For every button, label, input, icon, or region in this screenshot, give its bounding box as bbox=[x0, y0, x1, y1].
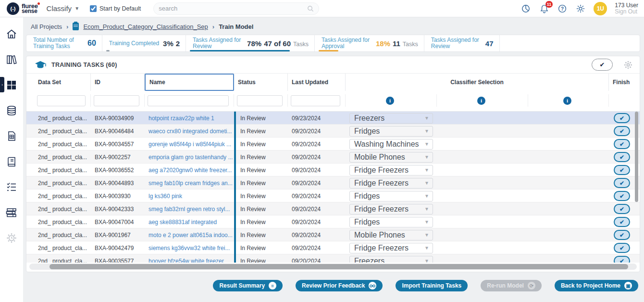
search-input[interactable] bbox=[159, 5, 307, 12]
import-training-tasks-button[interactable]: Import Training Tasks bbox=[396, 280, 468, 291]
finish-button[interactable]: ✔ bbox=[614, 230, 630, 240]
cell-name-link[interactable]: lg ks360 pink bbox=[145, 193, 234, 200]
table-settings-gear-icon[interactable] bbox=[623, 60, 633, 70]
rerun-model-button[interactable]: Re-run Model ⟳ bbox=[481, 280, 542, 291]
sidebar-projects-grid-icon[interactable]: › bbox=[5, 79, 18, 91]
finish-button[interactable]: ✔ bbox=[614, 126, 630, 136]
horizontal-scrollbar-track[interactable] bbox=[29, 264, 637, 270]
classifier-dropdown[interactable]: Fridge Freezers ▼ bbox=[349, 165, 433, 176]
finish-button[interactable]: ✔ bbox=[614, 165, 630, 175]
finish-button[interactable]: ✔ bbox=[614, 243, 630, 253]
table-row[interactable]: 2nd_ product_cla... BXA-90034557 gorenje… bbox=[26, 138, 640, 151]
sign-out-link[interactable]: Sign Out bbox=[615, 9, 638, 15]
cell-name-link[interactable]: hotpoint rzaav22p white 1 bbox=[145, 115, 234, 122]
cell-name-link[interactable]: aeg ske88831af integrated bbox=[145, 219, 234, 226]
table-row[interactable]: 2nd_ product_cla... BXA-90035577 hoover … bbox=[26, 254, 640, 263]
finish-button[interactable]: ✔ bbox=[614, 178, 630, 188]
cell-name-link[interactable]: emporia glam gro tastenhandy ... bbox=[145, 154, 234, 161]
fluree-sense-logo[interactable]: (-) fluree sense bbox=[7, 2, 38, 15]
review-prior-feedback-button[interactable]: Review Prior Feedback bbox=[296, 280, 383, 291]
column-header-id[interactable]: ID bbox=[91, 74, 145, 91]
sidebar-home-icon[interactable] bbox=[5, 28, 18, 40]
table-row[interactable]: 2nd_ product_cla... BXA-90036552 aeg a72… bbox=[26, 164, 640, 176]
table-row[interactable]: 2nd_ product_cla... BXA-90042479 siemens… bbox=[26, 241, 640, 254]
table-row[interactable]: 2nd_ product_cla... BXA-90047004 aeg ske… bbox=[26, 215, 640, 228]
help-icon[interactable]: ? bbox=[557, 3, 568, 14]
finish-button[interactable]: ✔ bbox=[614, 113, 630, 123]
classifier-dropdown[interactable]: Mobile Phones ▼ bbox=[349, 152, 433, 163]
finish-button[interactable]: ✔ bbox=[614, 139, 630, 149]
column-header-name[interactable]: Name bbox=[145, 74, 234, 91]
filter-input-data-set[interactable] bbox=[37, 95, 86, 106]
breadcrumb-all-projects[interactable]: All Projects bbox=[31, 23, 62, 30]
status-text: In Review bbox=[240, 154, 266, 161]
sidebar-checklist-icon[interactable] bbox=[5, 181, 18, 193]
sidebar-servers-icon[interactable] bbox=[5, 206, 18, 219]
start-by-default-toggle[interactable]: Start by Default bbox=[90, 5, 141, 12]
notifications-bell-icon[interactable]: 11 bbox=[539, 3, 549, 14]
classifier-info-icon[interactable]: i bbox=[477, 97, 485, 105]
finish-button[interactable]: ✔ bbox=[614, 256, 630, 263]
table-row[interactable]: 2nd_ product_cla... BXA-9002257 emporia … bbox=[26, 151, 640, 164]
classifier-dropdown[interactable]: Washing Machines ▼ bbox=[349, 139, 433, 150]
column-header-finish[interactable]: Finish bbox=[609, 74, 640, 91]
classifier-dropdown[interactable]: Fridges ▼ bbox=[349, 126, 433, 137]
column-header-status[interactable]: Status bbox=[234, 74, 288, 91]
select-all-check-button[interactable]: ✔ bbox=[592, 59, 613, 71]
filter-input-last-updated[interactable] bbox=[291, 95, 340, 106]
start-by-default-checkbox[interactable] bbox=[90, 5, 97, 12]
cell-name-link[interactable]: moto e 2 power alt0615a indoo... bbox=[145, 232, 234, 239]
column-header-last-updated[interactable]: Last Updated bbox=[288, 74, 346, 91]
classifier-dropdown[interactable]: Fridge Freezers ▼ bbox=[349, 178, 433, 189]
cell-name-link[interactable]: gorenje w85f44p i w85f44piuk ... bbox=[145, 141, 234, 148]
chevron-down-icon: ▼ bbox=[424, 115, 429, 121]
sidebar-library-icon[interactable] bbox=[5, 53, 18, 66]
classify-menu[interactable]: Classify ▼ bbox=[47, 4, 79, 13]
vertical-scrollbar[interactable] bbox=[635, 112, 638, 202]
breadcrumb-project-link[interactable]: Ecom_Product_Category_Classification_Sep bbox=[83, 23, 208, 30]
table-row[interactable]: 2nd_ product_cla... BXA-90042333 smeg fa… bbox=[26, 202, 640, 215]
filter-input-id[interactable] bbox=[94, 95, 139, 106]
horizontal-scrollbar-thumb[interactable] bbox=[50, 264, 628, 269]
column-header-classifier-selection[interactable]: Classifier Selection bbox=[346, 74, 609, 91]
table-row[interactable]: 2nd_ product_cla... BXA-90046484 waeco c… bbox=[26, 125, 640, 138]
filter-input-name[interactable] bbox=[148, 95, 229, 106]
table-row[interactable]: 2nd_ product_cla... BXA-9003930 lg ks360… bbox=[26, 189, 640, 202]
cell-status: In Review bbox=[234, 176, 288, 189]
filter-input-status[interactable] bbox=[237, 95, 283, 106]
back-to-project-home-button[interactable]: Back to Project Home ▣ bbox=[555, 280, 638, 291]
cell-name-link[interactable]: hoover hfze54w white freezer bbox=[145, 258, 234, 263]
cell-name-link[interactable]: smeg fab32rnl green retro styl... bbox=[145, 206, 234, 213]
classifier-dropdown[interactable]: Mobile Phones ▼ bbox=[349, 230, 433, 240]
classifier-dropdown[interactable]: Fridge Freezers ▼ bbox=[349, 204, 433, 214]
classifier-dropdown[interactable]: Freezers ▼ bbox=[349, 113, 433, 124]
cell-name-link[interactable]: smeg fab10lp cream fridges an... bbox=[145, 180, 234, 187]
cell-name-link[interactable]: waeco crx80 integrated dometi... bbox=[145, 128, 234, 135]
usage-chart-icon[interactable] bbox=[520, 3, 531, 14]
search-bar[interactable] bbox=[153, 2, 319, 15]
finish-button[interactable]: ✔ bbox=[614, 152, 630, 162]
classifier-info-icon[interactable]: i bbox=[386, 97, 394, 105]
finish-button[interactable]: ✔ bbox=[614, 191, 630, 201]
finish-button[interactable]: ✔ bbox=[614, 217, 630, 227]
sidebar-book-icon[interactable] bbox=[5, 155, 18, 168]
table-row[interactable]: 2nd_ product_cla... BXA-9001967 moto e 2… bbox=[26, 228, 640, 241]
classifier-dropdown[interactable]: Freezers ▼ bbox=[349, 256, 433, 263]
classifier-dropdown[interactable]: Fridge Freezers ▼ bbox=[349, 243, 433, 253]
cell-name-link[interactable]: aeg a72020gnw0 white freezer... bbox=[145, 167, 234, 174]
table-row[interactable]: 2nd_ product_cla... BXA-90044893 smeg fa… bbox=[26, 176, 640, 189]
sidebar-scheduled-settings-icon[interactable] bbox=[5, 232, 18, 244]
user-avatar[interactable]: 1U bbox=[594, 2, 607, 15]
sidebar-spreadsheet-icon[interactable] bbox=[5, 130, 18, 142]
column-header-data-set[interactable]: Data Set bbox=[34, 74, 91, 91]
classifier-dropdown[interactable]: Fridges ▼ bbox=[349, 191, 433, 201]
sidebar-database-icon[interactable] bbox=[5, 104, 18, 117]
classifier-dropdown[interactable]: Fridges ▼ bbox=[349, 217, 433, 227]
cell-id: BXA-90034909 bbox=[91, 115, 145, 122]
result-summary-button[interactable]: Result Summary ≡ bbox=[213, 280, 283, 291]
cell-name-link[interactable]: siemens kg36vvw32 white frei... bbox=[145, 245, 234, 252]
settings-gear-icon[interactable] bbox=[575, 3, 586, 14]
table-row[interactable]: 2nd_ product_cla... BXA-90034909 hotpoin… bbox=[26, 112, 640, 125]
finish-button[interactable]: ✔ bbox=[614, 204, 630, 214]
classifier-info-icon[interactable]: i bbox=[563, 97, 571, 105]
